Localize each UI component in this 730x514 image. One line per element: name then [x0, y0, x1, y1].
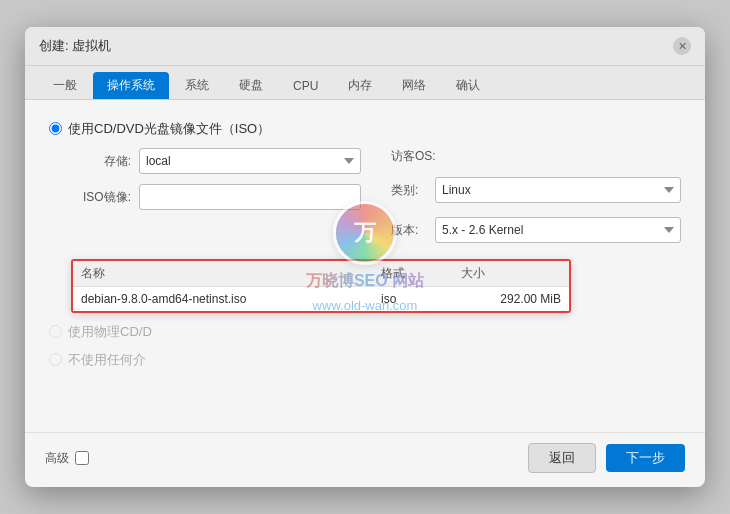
- advanced-label: 高级: [45, 450, 69, 467]
- tab-confirm[interactable]: 确认: [442, 72, 494, 99]
- col-format: 格式: [381, 265, 461, 282]
- radio-physical-row: 使用物理CD/D: [49, 323, 681, 341]
- tab-general[interactable]: 一般: [39, 72, 91, 99]
- iso-label: ISO镜像:: [71, 189, 131, 206]
- create-vm-dialog: 创建: 虚拟机 ✕ 一般 操作系统 系统 硬盘 CPU 内存 网络 确认 使用C…: [25, 27, 705, 487]
- tab-system[interactable]: 系统: [171, 72, 223, 99]
- iso-row: ISO镜像:: [71, 184, 361, 210]
- radio-iso-row: 使用CD/DVD光盘镜像文件（ISO）: [49, 120, 681, 138]
- radio-use-iso[interactable]: [49, 122, 62, 135]
- tab-disk[interactable]: 硬盘: [225, 72, 277, 99]
- iso-table: 名称 格式 大小 debian-9.8.0-amd64-netinst.iso …: [71, 259, 571, 313]
- radio-physical-label: 使用物理CD/D: [68, 323, 152, 341]
- iso-filename: debian-9.8.0-amd64-netinst.iso: [81, 292, 381, 306]
- footer-left: 高级: [45, 450, 89, 467]
- radio-none-row: 不使用任何介: [49, 351, 681, 369]
- version-label: 版本:: [391, 222, 427, 239]
- type-row: 类别: Linux: [391, 177, 681, 203]
- radio-use-none[interactable]: [49, 353, 62, 366]
- col-name: 名称: [81, 265, 381, 282]
- col-size: 大小: [461, 265, 561, 282]
- tab-memory[interactable]: 内存: [334, 72, 386, 99]
- title-bar: 创建: 虚拟机 ✕: [25, 27, 705, 66]
- radio-iso-label[interactable]: 使用CD/DVD光盘镜像文件（ISO）: [68, 120, 270, 138]
- storage-select[interactable]: local: [139, 148, 361, 174]
- form-grid: 存储: local ISO镜像: 访客OS: 类别: Linux: [71, 148, 681, 249]
- advanced-checkbox[interactable]: [75, 451, 89, 465]
- footer: 高级 返回 下一步: [25, 432, 705, 487]
- type-select[interactable]: Linux: [435, 177, 681, 203]
- iso-input[interactable]: [139, 184, 361, 210]
- iso-size: 292.00 MiB: [461, 292, 561, 306]
- iso-format: iso: [381, 292, 461, 306]
- tab-os[interactable]: 操作系统: [93, 72, 169, 99]
- tab-bar: 一般 操作系统 系统 硬盘 CPU 内存 网络 确认: [25, 66, 705, 100]
- type-label: 类别:: [391, 182, 427, 199]
- storage-label: 存储:: [71, 153, 131, 170]
- tab-cpu[interactable]: CPU: [279, 72, 332, 99]
- right-column: 访客OS: 类别: Linux 版本: 5.x - 2.6 Kernel: [391, 148, 681, 249]
- version-select[interactable]: 5.x - 2.6 Kernel: [435, 217, 681, 243]
- tab-network[interactable]: 网络: [388, 72, 440, 99]
- left-column: 存储: local ISO镜像:: [71, 148, 361, 249]
- radio-none-label: 不使用任何介: [68, 351, 146, 369]
- next-button[interactable]: 下一步: [606, 444, 685, 472]
- version-row: 版本: 5.x - 2.6 Kernel: [391, 217, 681, 243]
- close-button[interactable]: ✕: [673, 37, 691, 55]
- back-button[interactable]: 返回: [528, 443, 596, 473]
- storage-row: 存储: local: [71, 148, 361, 174]
- dialog-title: 创建: 虚拟机: [39, 37, 111, 55]
- iso-dropdown: 名称 格式 大小 debian-9.8.0-amd64-netinst.iso …: [71, 259, 681, 313]
- iso-table-row[interactable]: debian-9.8.0-amd64-netinst.iso iso 292.0…: [73, 287, 569, 311]
- iso-table-header: 名称 格式 大小: [73, 261, 569, 287]
- radio-use-physical[interactable]: [49, 325, 62, 338]
- guest-os-label: 访客OS:: [391, 148, 681, 165]
- content-area: 使用CD/DVD光盘镜像文件（ISO） 存储: local ISO镜像:: [25, 100, 705, 432]
